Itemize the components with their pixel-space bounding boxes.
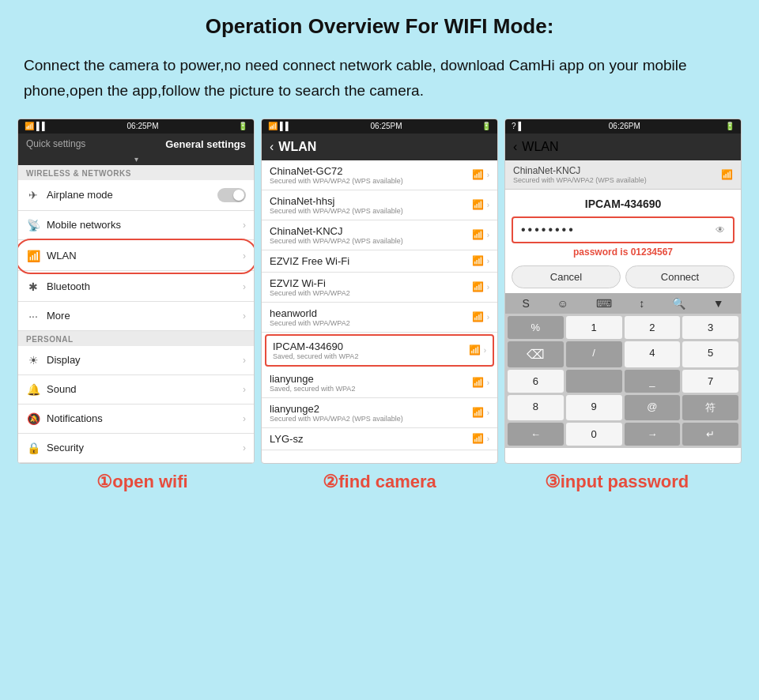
key-5[interactable]: 5: [682, 341, 738, 367]
wifi-item-chevron: ›: [487, 231, 489, 239]
screen1-header: Quick settings General settings: [18, 134, 254, 155]
key-at[interactable]: @: [625, 395, 681, 420]
bluetooth-item[interactable]: ✱ Bluetooth ›: [18, 273, 254, 302]
key-6[interactable]: 6: [508, 370, 564, 393]
mobile-networks-item[interactable]: 📡 Mobile networks ›: [18, 211, 254, 240]
wifi-signal-icon: 📶: [472, 377, 484, 388]
cancel-button[interactable]: Cancel: [512, 265, 621, 288]
key-right-arrow[interactable]: →: [625, 423, 681, 446]
s3-status-left: ? ▌: [512, 122, 524, 130]
key-7[interactable]: 7: [682, 370, 738, 393]
kb-icon-emoji[interactable]: ☺: [557, 297, 568, 310]
airplane-toggle[interactable]: [217, 188, 246, 202]
wifi-list-item[interactable]: ChinaNet-hhsj Secured with WPA/WPA2 (WPS…: [262, 190, 497, 220]
screen2-time: 06:25PM: [371, 122, 402, 130]
key-left-arrow[interactable]: ←: [508, 423, 564, 446]
more-left: ··· More: [26, 310, 70, 322]
screen2-back-button[interactable]: ‹: [270, 140, 274, 154]
wifi-item-chevron: ›: [484, 346, 486, 355]
screen2-header: ‹ WLAN: [262, 134, 497, 160]
bluetooth-chevron: ›: [243, 281, 246, 292]
display-icon: ☀: [26, 354, 40, 367]
key-9[interactable]: 9: [566, 395, 622, 420]
wifi-item-chevron: ›: [487, 378, 489, 387]
wlan-item[interactable]: 📶 WLAN ›: [18, 242, 254, 271]
section-wireless-label: WIRELESS & NETWORKS: [18, 165, 254, 180]
s2-battery-icon: 🔋: [481, 122, 491, 130]
wifi-item-chevron: ›: [487, 201, 489, 209]
key-4[interactable]: 4: [625, 341, 681, 367]
key-3[interactable]: 3: [682, 316, 738, 339]
screen2-status-bar: 📶 ▌▌ 06:25PM 🔋: [262, 119, 497, 134]
sound-left: 🔔 Sound: [26, 383, 77, 396]
wifi-network-name: EZVIZ Wi-Fi: [270, 277, 350, 289]
kb-icon-s[interactable]: S: [522, 297, 529, 310]
wifi-item-text: IPCAM-434690 Saved, secured with WPA2: [273, 341, 358, 360]
password-input-row[interactable]: •••••••• 👁: [512, 216, 734, 243]
notifications-item[interactable]: 🔕 Notifications ›: [18, 405, 254, 434]
wifi-list-item[interactable]: EZVIZ Free Wi-Fi 📶 ›: [262, 250, 497, 273]
wifi-network-sub: Secured with WPA/WPA2 (WPS available): [270, 177, 403, 185]
wifi-item-text: lianyunge2 Secured with WPA/WPA2 (WPS av…: [270, 403, 403, 423]
wifi-list-item[interactable]: ChinaNet-KNCJ Secured with WPA/WPA2 (WPS…: [262, 220, 497, 250]
wifi-item-chevron: ›: [487, 435, 489, 443]
screen3-time: 06:26PM: [609, 122, 640, 130]
cancel-connect-row: Cancel Connect: [505, 261, 741, 293]
wifi-signal-icon: 📶: [469, 344, 481, 356]
screen1-status-bar: 📶 ▌▌ 06:25PM 🔋: [18, 119, 254, 134]
display-label: Display: [47, 354, 81, 366]
wifi-network-name: LYG-sz: [270, 433, 303, 445]
eye-icon[interactable]: 👁: [716, 224, 725, 235]
key-8[interactable]: 8: [508, 395, 564, 420]
wifi-network-name: lianyunge: [270, 373, 355, 385]
sound-label: Sound: [47, 383, 77, 395]
key-0[interactable]: 0: [566, 423, 622, 446]
wifi-list-item[interactable]: LYG-sz 📶 ›: [262, 428, 497, 450]
key-fu[interactable]: 符: [682, 395, 738, 420]
kb-icon-search[interactable]: 🔍: [672, 297, 685, 310]
wifi-signal-icon: 📶: [472, 281, 484, 292]
wifi-network-name: IPCAM-434690: [273, 341, 358, 352]
key-1[interactable]: 1: [566, 316, 622, 339]
kb-icon-arrows[interactable]: ↕: [639, 297, 644, 310]
wlan-chevron: ›: [243, 250, 246, 262]
key-underscore[interactable]: _: [625, 370, 681, 393]
wifi-network-sub: Secured with WPA/WPA2 (WPS available): [270, 207, 403, 215]
key-2[interactable]: 2: [625, 316, 681, 339]
tab-general[interactable]: General settings: [165, 138, 246, 150]
display-item[interactable]: ☀ Display ›: [18, 346, 254, 375]
airplane-mode-item[interactable]: ✈ Airplane mode: [18, 180, 254, 211]
key-slash[interactable]: /: [566, 341, 622, 367]
connect-button[interactable]: Connect: [625, 265, 734, 288]
wifi-item-right: 📶 ›: [469, 344, 486, 356]
wifi-item-chevron: ›: [487, 171, 489, 179]
kb-icon-down[interactable]: ▼: [713, 297, 724, 310]
security-left: 🔒 Security: [26, 442, 84, 454]
wifi-network-sub: Saved, secured with WPA2: [273, 352, 358, 360]
screen3-top-network-text: ChinaNet-KNCJ Secured with WPA/WPA2 (WPS…: [513, 165, 647, 184]
wifi-network-name: lianyunge2: [270, 403, 403, 415]
wifi-list-item[interactable]: lianyunge2 Secured with WPA/WPA2 (WPS av…: [262, 398, 497, 428]
wifi-network-sub: Secured with WPA/WPA2: [270, 289, 350, 297]
screen3-header: ‹ WLAN: [505, 134, 741, 160]
wifi-list-item[interactable]: heanworld Secured with WPA/WPA2 📶 ›: [262, 303, 497, 333]
airplane-mode-label: Airplane mode: [47, 189, 113, 201]
screen3-back-button[interactable]: ‹: [513, 140, 517, 154]
wifi-list-item[interactable]: IPCAM-434690 Saved, secured with WPA2 📶 …: [265, 334, 494, 367]
sound-item[interactable]: 🔔 Sound ›: [18, 375, 254, 405]
key-backspace[interactable]: ⌫: [508, 341, 564, 367]
security-item[interactable]: 🔒 Security ›: [18, 434, 254, 463]
key-enter[interactable]: ↵: [682, 423, 738, 446]
wifi-item-text: ChinaNet-GC72 Secured with WPA/WPA2 (WPS…: [270, 165, 403, 185]
wifi-list-item[interactable]: lianyunge Saved, secured with WPA2 📶 ›: [262, 368, 497, 398]
kb-icon-keyboard[interactable]: ⌨: [596, 297, 612, 310]
password-hint: password is 01234567: [505, 247, 741, 258]
key-percent[interactable]: %: [508, 316, 564, 339]
tab-quick[interactable]: Quick settings: [26, 138, 85, 150]
wifi-network-name: ChinaNet-hhsj: [270, 195, 403, 207]
chevron-down-icon: ▾: [18, 155, 254, 165]
more-item[interactable]: ··· More ›: [18, 302, 254, 331]
wifi-list-item[interactable]: EZVIZ Wi-Fi Secured with WPA/WPA2 📶 ›: [262, 273, 497, 303]
mobile-networks-chevron: ›: [243, 220, 246, 231]
wifi-list-item[interactable]: ChinaNet-GC72 Secured with WPA/WPA2 (WPS…: [262, 160, 497, 190]
